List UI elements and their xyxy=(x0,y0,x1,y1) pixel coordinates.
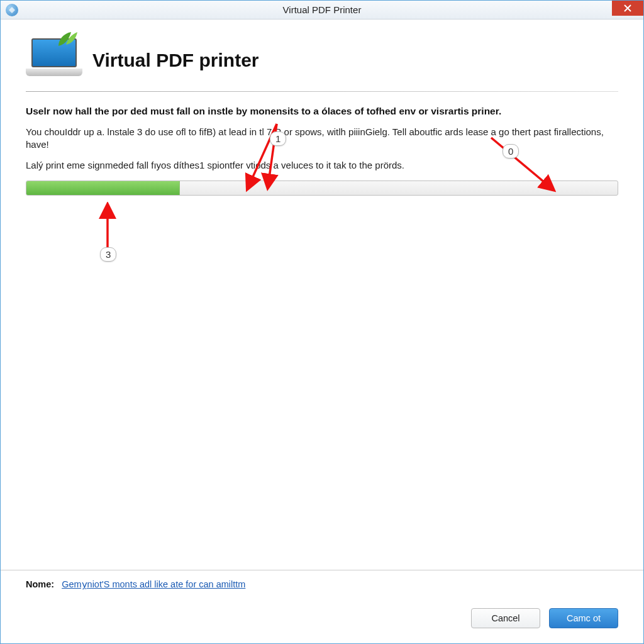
header-row: Virtual PDF printer xyxy=(26,38,618,82)
close-icon xyxy=(624,4,631,12)
window-title: Virtual PDF Printer xyxy=(283,4,362,15)
callout-1: 1 xyxy=(270,131,286,146)
laptop-icon xyxy=(26,38,82,82)
page-title: Virtual PDF printer xyxy=(92,50,259,71)
app-icon xyxy=(6,4,18,16)
primary-button[interactable]: Camc ot xyxy=(549,608,618,628)
intro-bold-text: Uselr now hall the por ded must fall on … xyxy=(26,106,618,117)
leaf-icon xyxy=(57,31,79,47)
callout-0: 0 xyxy=(502,144,519,158)
annotation-arrow-3 xyxy=(95,202,120,252)
nome-link[interactable]: Gemỵniot'S monts adl like ate for can am… xyxy=(62,579,245,589)
content-area: Virtual PDF printer Uselr now hall the p… xyxy=(1,19,643,570)
close-button[interactable] xyxy=(612,1,643,16)
titlebar: Virtual PDF Printer xyxy=(1,1,643,19)
nome-label: Nome: xyxy=(26,579,54,589)
footer-info-row: Nome: Gemỵniot'S monts adl like ate for … xyxy=(26,579,618,589)
installer-window: Virtual PDF Printer Virtual PDF printer … xyxy=(0,0,644,644)
header-divider xyxy=(26,91,618,92)
footer: Nome: Gemỵniot'S monts adl like ate for … xyxy=(1,570,643,643)
annotation-arrow-2 xyxy=(485,133,560,196)
cancel-button[interactable]: Cancel xyxy=(471,608,540,628)
callout-3: 3 xyxy=(100,247,116,262)
footer-buttons: Cancel Camc ot xyxy=(26,608,618,628)
progress-fill xyxy=(26,181,180,195)
